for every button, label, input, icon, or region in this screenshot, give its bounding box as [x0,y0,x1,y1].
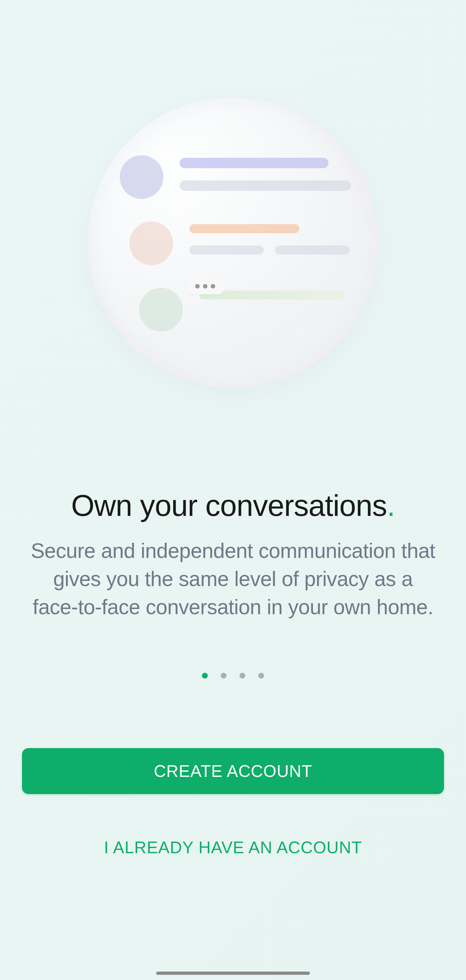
already-have-account-button[interactable]: I ALREADY HAVE AN ACCOUNT [0,838,466,857]
message-line-row [189,245,350,255]
typing-dot-icon [195,284,199,288]
message-lines-3 [199,288,345,299]
home-indicator[interactable] [156,972,310,975]
indicator-dot-4[interactable] [258,673,264,679]
message-lines-1 [180,155,351,191]
headline-text: Own your conversations [71,489,387,522]
message-lines-2 [189,221,350,255]
indicator-dot-2[interactable] [221,673,227,679]
illustration-bubble [88,97,378,388]
headline-accent-period: . [387,489,395,522]
message-line-gray [180,180,351,191]
chat-bubble-background [88,97,378,388]
avatar-placeholder-1 [120,155,163,199]
indicator-dot-3[interactable] [239,673,245,679]
message-line-purple [180,158,329,168]
typing-indicator [186,278,224,294]
indicator-dot-1[interactable] [202,673,208,679]
chat-row-2 [120,221,353,265]
typing-dot-icon [211,284,215,288]
onboarding-subheadline: Secure and independent communication tha… [29,537,437,621]
button-area: CREATE ACCOUNT [22,748,444,794]
chat-preview [120,155,353,354]
avatar-placeholder-3 [139,288,183,331]
onboarding-headline: Own your conversations. [0,488,466,523]
typing-dot-icon [203,284,207,288]
chat-row-3 [120,288,353,331]
create-account-button[interactable]: CREATE ACCOUNT [22,748,444,794]
message-line-short-1 [189,245,264,255]
chat-row-1 [120,155,353,199]
message-line-short-2 [275,245,350,255]
page-indicator[interactable] [202,673,264,679]
message-line-orange [189,224,299,233]
avatar-placeholder-2 [129,221,173,265]
